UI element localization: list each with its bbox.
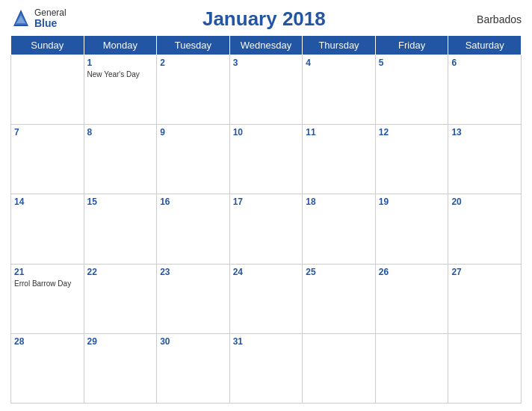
day-number: 8 [87,127,154,137]
day-number: 2 [160,58,226,68]
weekday-header-wednesday: Wednesday [229,36,303,55]
day-number: 20 [451,197,518,207]
day-number: 15 [87,197,154,207]
calendar-cell: 23 [157,264,230,333]
calendar-cell: 9 [157,125,230,194]
calendar-cell: 20 [448,194,522,264]
country-name: Barbados [462,13,522,25]
calendar-cell: 31 [229,333,303,403]
calendar-cell: 26 [375,264,448,333]
day-number: 11 [306,127,372,137]
calendar-cell: 13 [448,125,522,194]
logo-icon [10,8,31,29]
calendar-header: General Blue January 2018 Barbados [10,7,522,31]
day-number: 26 [379,267,445,277]
calendar-cell: 4 [303,55,376,125]
day-number: 29 [87,336,154,347]
calendar-cell: 24 [229,264,303,333]
holiday-name: New Year's Day [87,69,154,79]
logo-text: General Blue [34,8,66,30]
calendar-cell: 5 [375,55,448,125]
week-row-3: 14151617181920 [11,194,522,264]
calendar-cell: 14 [11,194,84,264]
weekday-header-row: SundayMondayTuesdayWednesdayThursdayFrid… [11,36,522,55]
calendar-cell: 28 [11,333,84,403]
day-number: 31 [233,336,300,347]
weekday-header-monday: Monday [84,36,157,55]
day-number: 22 [87,267,154,277]
weekday-header-tuesday: Tuesday [157,36,230,55]
calendar-cell [375,333,448,403]
week-row-2: 78910111213 [11,125,522,194]
calendar-cell: 11 [303,125,376,194]
calendar-cell: 10 [229,125,303,194]
day-number: 19 [379,197,445,207]
logo: General Blue [10,8,66,30]
day-number: 10 [233,127,300,137]
day-number: 13 [451,127,518,137]
calendar-cell [303,333,376,403]
day-number: 5 [379,58,445,68]
holiday-name: Errol Barrow Day [14,279,81,288]
day-number: 25 [306,267,372,277]
week-row-1: 1New Year's Day23456 [11,55,522,125]
day-number: 30 [160,336,226,347]
weekday-header-sunday: Sunday [11,36,84,55]
calendar-cell: 27 [448,264,522,333]
day-number: 16 [160,197,226,207]
calendar-cell: 25 [303,264,376,333]
day-number: 24 [233,267,300,277]
day-number: 18 [306,197,372,207]
day-number: 27 [451,267,518,277]
calendar-cell: 12 [375,125,448,194]
calendar-cell: 30 [157,333,230,403]
day-number: 23 [160,267,226,277]
calendar-cell: 29 [84,333,157,403]
day-number: 7 [14,127,81,137]
calendar-cell: 8 [84,125,157,194]
calendar-title: January 2018 [66,7,462,31]
week-row-5: 28293031 [11,333,522,403]
day-number: 14 [14,197,81,207]
weekday-header-saturday: Saturday [448,36,522,55]
day-number: 3 [233,58,300,68]
day-number: 21 [14,267,81,277]
calendar-cell: 6 [448,55,522,125]
calendar-cell [11,55,84,125]
week-row-4: 21Errol Barrow Day222324252627 [11,264,522,333]
calendar-cell: 18 [303,194,376,264]
weekday-header-friday: Friday [375,36,448,55]
day-number: 28 [14,336,81,347]
day-number: 4 [306,58,372,68]
weekday-header-thursday: Thursday [303,36,376,55]
day-number: 17 [233,197,300,207]
calendar-cell: 3 [229,55,303,125]
calendar-cell: 17 [229,194,303,264]
day-number: 9 [160,127,226,137]
day-number: 12 [379,127,445,137]
calendar-cell: 2 [157,55,230,125]
calendar-cell: 16 [157,194,230,264]
calendar-cell: 15 [84,194,157,264]
calendar-cell: 1New Year's Day [84,55,157,125]
day-number: 6 [451,58,518,68]
day-number: 1 [87,58,154,68]
calendar-table: SundayMondayTuesdayWednesdayThursdayFrid… [10,35,522,404]
calendar-cell [448,333,522,403]
logo-blue-text: Blue [34,18,66,29]
calendar-cell: 22 [84,264,157,333]
calendar-cell: 21Errol Barrow Day [11,264,84,333]
calendar-cell: 19 [375,194,448,264]
calendar-cell: 7 [11,125,84,194]
